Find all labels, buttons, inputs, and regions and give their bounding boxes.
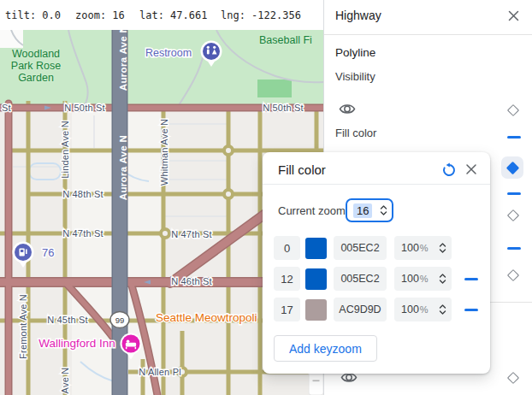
opacity-value: 100 xyxy=(401,242,419,254)
street-label-n-47th-st: N 47th St xyxy=(171,229,212,239)
selected-keyzoom-marker[interactable] xyxy=(501,156,523,179)
keyzoom-level-chip[interactable]: 17 xyxy=(274,298,300,321)
map-style-editor: tilt: 0.0 zoom: 16 lat: 47.661 lng: -122… xyxy=(0,0,532,395)
close-icon[interactable] xyxy=(465,163,477,175)
diamond-outline-icon[interactable] xyxy=(507,269,519,281)
street-label-ave-n: Ave N xyxy=(60,368,70,394)
keyzoom-row: 12 005EC2 100% xyxy=(274,267,478,291)
street-label-fragment: St xyxy=(2,103,11,113)
street-label-n-allen-pl: N Allen Pl xyxy=(139,367,181,377)
opacity-chip[interactable]: 100% xyxy=(394,236,452,260)
percent-sign: % xyxy=(420,304,429,315)
status-bar: tilt: 0.0 zoom: 16 lat: 47.661 lng: -122… xyxy=(0,0,323,31)
dash-icon[interactable] xyxy=(507,247,521,250)
keyzoom-level-chip[interactable]: 0 xyxy=(274,236,300,260)
street-label-n-47th-st: N 47th St xyxy=(62,228,103,239)
opacity-value: 100 xyxy=(401,304,419,315)
panel-title: Highway xyxy=(335,9,381,22)
up-down-chevron-icon[interactable] xyxy=(438,240,447,256)
zoom-readout: zoom: 16 xyxy=(75,9,125,21)
diamond-outline-icon[interactable] xyxy=(507,104,519,116)
current-zoom-row: Current zoom 16 xyxy=(278,198,393,222)
visibility-label: Visibility xyxy=(335,70,375,83)
poi-label-baseball-field: Baseball Fi xyxy=(259,34,312,46)
park-label-line: Garden xyxy=(18,72,54,84)
percent-sign: % xyxy=(420,274,429,284)
color-swatch[interactable] xyxy=(305,268,327,290)
reset-icon[interactable] xyxy=(441,162,457,178)
eye-icon[interactable] xyxy=(339,103,356,115)
tilt-readout: tilt: 0.0 xyxy=(5,9,61,21)
street-label-n-46th-st: N 46th St xyxy=(171,276,212,286)
add-keyzoom-button[interactable]: Add keyzoom xyxy=(274,335,377,362)
panel-divider xyxy=(324,34,532,35)
current-zoom-input[interactable]: 16 xyxy=(346,198,393,222)
diamond-filled-icon xyxy=(505,161,519,174)
poi-label-cafe: Seattle Meowtropoli xyxy=(156,311,257,324)
baseball-field xyxy=(257,80,292,97)
poi-label-hotel: Wallingford Inn xyxy=(38,337,115,350)
lat-readout: lat: 47.661 xyxy=(139,9,207,21)
hex-value-chip[interactable]: AC9D9D xyxy=(334,298,387,321)
city-block xyxy=(72,111,112,395)
diamond-outline-icon[interactable] xyxy=(507,372,519,384)
street-label-n-50th-st: N 50th St xyxy=(64,103,105,113)
dialog-divider xyxy=(263,184,490,185)
dash-icon[interactable] xyxy=(464,278,478,280)
park-label-line: Park Rose xyxy=(11,60,61,72)
color-swatch[interactable] xyxy=(305,299,327,321)
poi-label-restroom: Restroom xyxy=(145,47,192,59)
street-label-n-45th-st: N 45th St xyxy=(47,315,88,325)
current-zoom-label: Current zoom xyxy=(278,204,346,217)
dash-icon[interactable] xyxy=(507,192,521,195)
up-down-chevron-icon[interactable] xyxy=(438,271,447,286)
hex-value-chip[interactable]: 005EC2 xyxy=(334,236,387,260)
hex-value-chip[interactable]: 005EC2 xyxy=(334,267,387,291)
street-label-whitman-ave-n: Whitman Ave N xyxy=(159,119,169,186)
keyzoom-level-chip[interactable]: 12 xyxy=(274,267,300,291)
keyzoom-row: 0 005EC2 100% xyxy=(274,236,452,260)
color-swatch[interactable] xyxy=(305,238,327,259)
dash-icon[interactable] xyxy=(507,136,521,139)
dash-icon[interactable] xyxy=(464,309,478,311)
up-down-chevron-icon[interactable] xyxy=(438,302,447,317)
street-label-fremont-ave-n: Fremont Ave N xyxy=(18,294,28,359)
fill-color-label: Fill color xyxy=(335,127,376,139)
opacity-value: 100 xyxy=(401,273,419,285)
poi-label-gas-station: 76 xyxy=(42,246,54,259)
dialog-title: Fill color xyxy=(278,162,326,177)
diamond-outline-icon[interactable] xyxy=(507,209,519,221)
opacity-chip[interactable]: 100% xyxy=(394,267,452,291)
percent-sign: % xyxy=(420,243,429,253)
lng-readout: lng: -122.356 xyxy=(221,9,301,21)
section-label-polyline: Polyline xyxy=(335,46,375,59)
street-label-aurora-ave-n: Aurora Ave N xyxy=(118,135,128,200)
opacity-chip[interactable]: 100% xyxy=(394,298,452,321)
street-label-n-48th-st: N 48th St xyxy=(62,189,103,199)
close-icon[interactable] xyxy=(507,9,520,22)
keyzoom-row: 17 AC9D9D 100% xyxy=(274,298,478,321)
street-label-n-50th-st: N 50th St xyxy=(263,103,304,113)
current-zoom-value[interactable]: 16 xyxy=(353,203,372,218)
route-99-shield: 99 xyxy=(110,312,129,328)
park-label-line: Woodland xyxy=(12,48,60,60)
route-shield-label: 99 xyxy=(115,315,125,325)
fill-color-dialog: Fill color Current zoom 16 0 005EC2 100 xyxy=(263,152,490,374)
up-down-chevron-icon[interactable] xyxy=(379,203,388,218)
street-label-aurora-ave-n: Aurora Ave N xyxy=(118,30,128,91)
street-label-linden-ave-n: Linden Ave N xyxy=(60,121,70,179)
